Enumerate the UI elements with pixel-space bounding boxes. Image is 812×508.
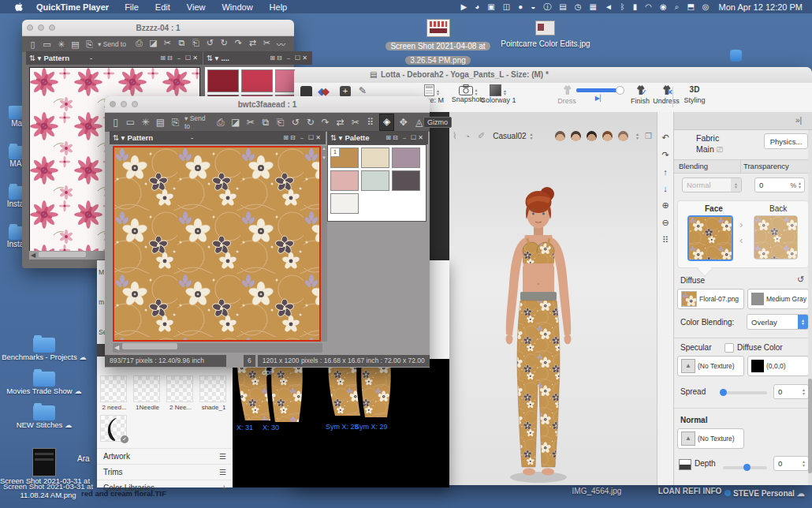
face-texture-thumb[interactable] xyxy=(687,215,733,261)
toolbar-icon[interactable]: ▯ xyxy=(110,117,121,128)
menu-bar-clock[interactable]: Mon Apr 12 12:20 PM xyxy=(719,2,803,12)
library-thumb[interactable]: 2 need... xyxy=(100,375,129,411)
panel-scrollbar[interactable] xyxy=(808,130,812,485)
styling-3d-button[interactable]: 3D Styling xyxy=(677,85,712,104)
avatar-head-icon[interactable] xyxy=(587,131,597,141)
library-section-artwork[interactable]: Artwork☰ xyxy=(97,448,233,464)
h-scrollbar[interactable]: ◀ xyxy=(113,343,322,353)
avatar-head-icon[interactable] xyxy=(571,131,581,141)
play-to-end-icon[interactable]: ▶▏ xyxy=(574,95,626,102)
viewport-tool-icon[interactable]: ⊖ xyxy=(661,218,669,228)
desktop-file-label[interactable]: 3.26.54 PM.png xyxy=(405,56,471,65)
desktop-folder[interactable]: Benchmarks - Projects ☁ xyxy=(0,338,88,361)
desktop-file-pointcarre[interactable] xyxy=(535,21,555,35)
pattern-panel-header[interactable]: ⇅ ▾Pattern- ⊞⊟ ⎯ ☐✕ xyxy=(26,51,203,65)
specular-texture-button[interactable]: ▲ (No Texture) xyxy=(677,356,744,376)
transparency-input[interactable]: 0 %▲▼ xyxy=(754,177,805,192)
mirror-icon[interactable]: ◫ xyxy=(503,2,510,11)
toolbar-icon[interactable]: ◪ xyxy=(147,38,159,50)
palette-swatch[interactable] xyxy=(361,148,389,168)
desktop-folder[interactable]: NEW Stitches ☁ xyxy=(0,405,88,429)
spread-input[interactable]: 0▲▼ xyxy=(773,384,809,399)
pose-icon[interactable]: ✐ xyxy=(478,131,485,141)
menu-icon[interactable]: ☰ xyxy=(219,468,226,476)
pose-select[interactable]: Casual02 xyxy=(493,132,526,140)
toolbar-icon[interactable]: ⠿ xyxy=(364,117,376,128)
palette-panel-header[interactable]: ⇅ ▾.... ⊞⊟ ⎯ ☐✕ xyxy=(203,51,312,65)
toolbar-icon[interactable]: ✳ xyxy=(140,117,151,128)
face-tab[interactable]: Face xyxy=(705,204,723,213)
normal-texture-button[interactable]: ▲ (No Texture) xyxy=(677,428,744,449)
desktop-file-screenshot-0408[interactable] xyxy=(426,19,450,37)
toolbar-icon[interactable]: ⎙ xyxy=(133,38,145,50)
toolbar-icon[interactable]: ⎙ xyxy=(214,117,226,128)
wifi-icon[interactable]: ◠ xyxy=(645,2,652,11)
palette-swatch[interactable] xyxy=(392,170,420,191)
pen-tool-icon[interactable]: ✎ xyxy=(359,85,367,96)
back-tab[interactable]: Back xyxy=(769,204,787,213)
v-scrollbar[interactable]: ▲▼ xyxy=(321,146,327,342)
avatar-head-icon[interactable] xyxy=(602,131,613,141)
toolbar-icon[interactable]: ↷ xyxy=(319,117,331,128)
palette-swatch[interactable] xyxy=(241,69,273,92)
library-thumb[interactable]: 1Needle xyxy=(133,375,162,411)
avatar-head-icon[interactable] xyxy=(618,131,628,141)
color-blend-select[interactable]: Overlay▲▼ xyxy=(747,314,809,330)
volume-icon[interactable]: ◄ xyxy=(605,2,613,11)
toolbar-icon[interactable]: ↻ xyxy=(218,38,230,50)
viewport-tool-icon[interactable]: ⠿ xyxy=(662,235,669,245)
reset-icon[interactable]: ↺ xyxy=(797,275,804,285)
spread-slider[interactable] xyxy=(720,391,767,394)
copy-to-face-icon[interactable]: ‹ xyxy=(739,234,743,246)
viewport-tool-icon[interactable]: ↑ xyxy=(663,167,668,177)
library-section-trims[interactable]: Trims☰ xyxy=(97,464,233,480)
app-shortcut-icon[interactable] xyxy=(730,50,742,62)
viewport-tool-icon[interactable]: ⊕ xyxy=(661,200,669,211)
desktop-folder[interactable]: Movies Trade Show ☁ xyxy=(0,372,88,395)
blend-mode-select[interactable]: Normal▲▼ xyxy=(682,177,742,192)
window-titlebar[interactable]: ▤ Lotta - Deborah2 - Yoga_Pants_L - Size… xyxy=(294,67,812,84)
collapse-panel-icon[interactable]: »| xyxy=(795,116,802,125)
palette-swatch[interactable] xyxy=(392,148,420,168)
menu-item[interactable]: View xyxy=(187,2,206,12)
viewport-tool-icon[interactable]: ↷ xyxy=(661,150,669,160)
diffuse-texture-button[interactable]: Floral-07.png xyxy=(677,289,744,309)
toolbar-icon[interactable]: ✂ xyxy=(244,117,256,128)
avatar-head-icon[interactable] xyxy=(555,131,565,141)
physics-button[interactable]: Physics... xyxy=(764,133,808,149)
desktop-file-label[interactable]: Ara xyxy=(77,454,90,463)
library-thumb[interactable]: 2 Nee... xyxy=(166,375,195,411)
window-titlebar[interactable]: Bzzzz-04 : 1 xyxy=(22,20,294,36)
library-section-color-libraries[interactable]: Color Libraries+ xyxy=(97,480,233,495)
progress-knob[interactable] xyxy=(616,86,624,95)
library-thumb[interactable]: shade_1 xyxy=(199,375,228,411)
spotlight-icon[interactable]: ⌕ xyxy=(675,2,680,12)
pattern-panel-header[interactable]: ⇅ ▾Pattern- ⊞⊟ ⎯ ☐✕ xyxy=(110,131,326,144)
menu-item[interactable]: File xyxy=(125,2,139,12)
send-to-button[interactable]: ▾ Send to xyxy=(184,114,208,130)
toolbar-icon[interactable]: 〰 xyxy=(275,38,287,50)
info-icon[interactable]: ⓘ xyxy=(543,2,551,13)
teamviewer-icon[interactable]: ◒ xyxy=(531,2,535,11)
viewport-3d[interactable]: ⌇ ◔ ✐ Casual02 ▲▼ ▲▼ ❐ xyxy=(449,112,657,485)
toolbar-icon[interactable]: ✂ xyxy=(261,38,273,50)
toolbar-icon[interactable]: ⧉ xyxy=(176,38,188,50)
toolbar-icon[interactable]: ▯ xyxy=(27,39,39,50)
apple-menu-icon[interactable] xyxy=(14,2,24,12)
palette-panel-header[interactable]: ⇅ ▾Palette ⊞⊟ ⎯ ☐✕ xyxy=(327,131,428,144)
library-thumb[interactable]: ✓ xyxy=(100,415,127,442)
toolbar-icon[interactable]: ⇄ xyxy=(247,38,259,50)
toolbar-icon[interactable]: ↺ xyxy=(204,38,216,50)
viewport-tool-icon[interactable]: ↶ xyxy=(661,133,669,143)
toolbar-icon[interactable]: ▭ xyxy=(41,39,53,50)
depth-input[interactable]: 0▲▼ xyxy=(773,456,809,471)
toolbar-icon[interactable]: ↷ xyxy=(233,38,244,50)
toolbar-icon[interactable]: ✥ xyxy=(397,117,409,128)
toolbar-icon[interactable]: ⧉ xyxy=(259,117,271,128)
desktop-file-screenshot-0331[interactable] xyxy=(32,448,56,476)
specular-color-button[interactable]: (0,0,0) xyxy=(747,356,809,376)
widgets-icon[interactable]: ▦ xyxy=(589,2,596,11)
desktop-file-label[interactable]: IMG_4564.jpg xyxy=(569,487,624,495)
toolbar-icon[interactable]: ✳ xyxy=(55,39,67,50)
toolbar-icon[interactable]: ⎗ xyxy=(190,38,202,50)
